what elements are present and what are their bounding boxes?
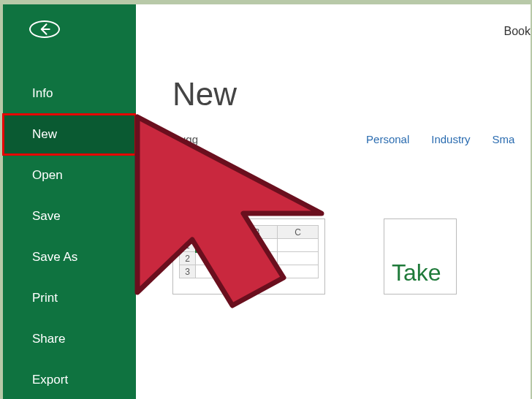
corner-cell <box>180 226 196 239</box>
page-title: New <box>172 76 531 113</box>
document-title: Book <box>504 25 531 38</box>
cell-a2 <box>196 252 237 265</box>
template-blank-workbook[interactable]: A B C 1 2 <box>172 218 325 294</box>
menu-label: Save <box>32 209 61 224</box>
row-header-1: 1 <box>180 239 196 252</box>
cell-c3 <box>278 265 319 278</box>
menu-item-save-as[interactable]: Save As <box>3 237 136 278</box>
menu-label: Export <box>32 373 68 387</box>
cell-b2 <box>237 252 278 265</box>
cell-c1 <box>278 239 319 252</box>
cell-a1 <box>196 239 237 252</box>
suggested-searches-row: Sugg Personal Industry Sma <box>172 133 531 145</box>
menu-label: Open <box>32 168 63 183</box>
col-header-b: B <box>237 226 278 239</box>
content-area: Book New Sugg Personal Industry Sma A B … <box>136 4 531 399</box>
back-button[interactable] <box>29 20 60 38</box>
cell-b3 <box>237 265 278 278</box>
menu-item-save[interactable]: Save <box>3 196 136 237</box>
row-header-3: 3 <box>180 265 196 278</box>
tour-label: Take <box>392 259 441 286</box>
backstage-sidebar: Info New Open Save Save As Print Share E… <box>3 4 136 399</box>
category-link-industry[interactable]: Industry <box>431 133 470 145</box>
blank-workbook-preview: A B C 1 2 <box>179 225 319 278</box>
menu-label: Info <box>32 86 53 101</box>
menu-item-open[interactable]: Open <box>3 155 136 196</box>
category-link-personal[interactable]: Personal <box>366 133 409 145</box>
menu-item-export[interactable]: Export <box>3 360 136 399</box>
menu-item-new[interactable]: New <box>3 114 136 155</box>
col-header-a: A <box>196 226 237 239</box>
category-link-small[interactable]: Sma <box>493 133 515 145</box>
menu-label: Share <box>32 332 65 346</box>
menu-item-print[interactable]: Print <box>3 278 136 319</box>
cell-c2 <box>278 252 319 265</box>
menu-label: Print <box>32 291 58 305</box>
back-arrow-icon <box>37 22 52 37</box>
col-header-c: C <box>278 226 319 239</box>
menu-label: New <box>32 127 57 142</box>
app-frame: Info New Open Save Save As Print Share E… <box>3 4 531 399</box>
templates-row: A B C 1 2 <box>172 218 531 294</box>
cell-b1 <box>237 239 278 252</box>
row-header-2: 2 <box>180 252 196 265</box>
menu-label: Save As <box>32 250 77 265</box>
cell-a3 <box>196 265 237 278</box>
template-welcome-tour[interactable]: Take <box>384 218 457 294</box>
menu-item-share[interactable]: Share <box>3 319 136 360</box>
backstage-menu: Info New Open Save Save As Print Share E… <box>3 73 136 399</box>
menu-item-info[interactable]: Info <box>3 73 136 114</box>
suggested-label: Sugg <box>172 133 198 145</box>
